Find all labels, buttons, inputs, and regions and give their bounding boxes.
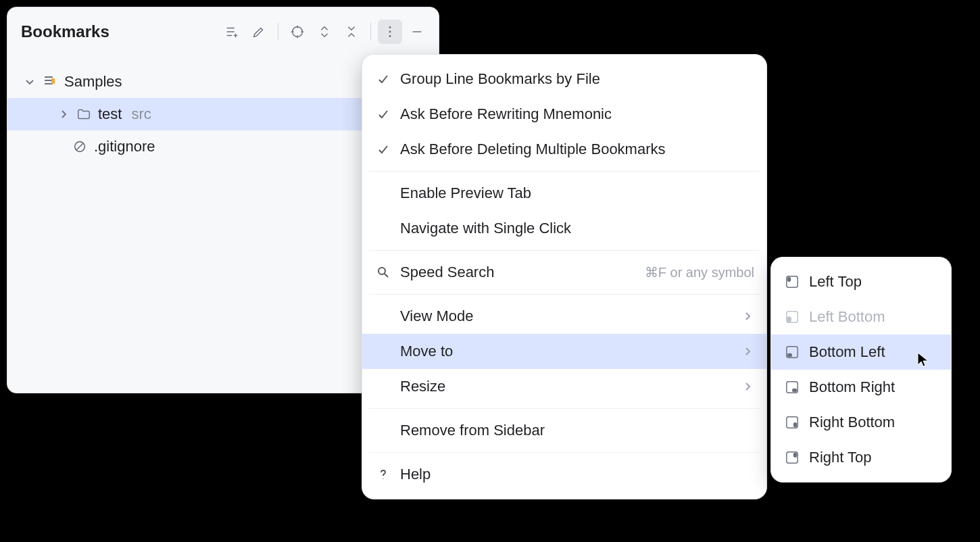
- ignored-file-icon: [71, 138, 89, 155]
- menu-separator: [369, 250, 760, 251]
- svg-point-5: [378, 268, 385, 274]
- menu-item-help[interactable]: Help: [362, 457, 766, 492]
- help-icon: [374, 468, 392, 481]
- submenu-item-right-top[interactable]: Right Top: [771, 440, 951, 475]
- new-list-button[interactable]: [220, 20, 244, 44]
- dock-bottom-right-icon: [783, 380, 801, 394]
- edit-button[interactable]: [247, 20, 271, 44]
- toolbar-separator: [370, 23, 371, 41]
- menu-item-label: Resize: [400, 378, 734, 395]
- submenu-item-left-bottom: Left Bottom: [771, 299, 951, 335]
- svg-point-1: [389, 26, 391, 28]
- tree-item-label: .gitignore: [94, 138, 155, 155]
- submenu-item-left-top[interactable]: Left Top: [771, 264, 951, 299]
- mouse-cursor: [916, 351, 932, 368]
- svg-point-2: [389, 31, 391, 33]
- menu-item-label: Speed Search: [400, 264, 637, 281]
- dock-bottom-left-icon: [783, 345, 801, 359]
- menu-item-ask-delete[interactable]: Ask Before Deleting Multiple Bookmarks: [362, 132, 766, 167]
- menu-item-label: Right Bottom: [809, 414, 939, 431]
- menu-item-label: View Mode: [400, 307, 734, 325]
- menu-item-hint: ⌘F or any symbol: [645, 264, 754, 280]
- chevron-right-icon: [742, 312, 754, 320]
- panel-header: Bookmarks: [7, 7, 439, 56]
- check-icon: [374, 107, 392, 121]
- menu-item-resize[interactable]: Resize: [362, 369, 766, 404]
- menu-item-speed-search[interactable]: Speed Search ⌘F or any symbol: [362, 255, 766, 290]
- menu-item-label: Right Top: [809, 449, 939, 466]
- folder-icon: [75, 105, 93, 123]
- tree-group-label: Samples: [64, 73, 122, 91]
- menu-item-remove-sidebar[interactable]: Remove from Sidebar: [362, 413, 766, 448]
- dock-right-top-icon: [783, 451, 801, 464]
- dock-right-bottom-icon: [783, 416, 801, 429]
- dock-left-top-icon: [783, 275, 801, 289]
- menu-item-label: Left Bottom: [809, 308, 939, 326]
- dock-left-bottom-icon: [783, 310, 801, 324]
- svg-rect-7: [787, 277, 791, 282]
- menu-separator: [369, 408, 760, 409]
- menu-item-ask-rewrite[interactable]: Ask Before Rewriting Mnemonic: [362, 97, 766, 132]
- chevron-right-icon: [57, 108, 70, 120]
- menu-item-group-by-file[interactable]: Group Line Bookmarks by File: [362, 61, 766, 97]
- svg-point-0: [293, 27, 303, 37]
- toolbar-separator: [278, 23, 278, 41]
- menu-item-nav-single-click[interactable]: Navigate with Single Click: [362, 211, 766, 246]
- menu-item-label: Bottom Right: [809, 378, 939, 396]
- check-icon: [374, 72, 392, 86]
- check-icon: [374, 143, 392, 156]
- menu-item-label: Left Top: [809, 273, 939, 291]
- hide-button[interactable]: [405, 20, 429, 44]
- bookmark-list-icon: [41, 73, 59, 91]
- svg-rect-17: [793, 453, 797, 458]
- menu-item-label: Move to: [400, 343, 734, 360]
- submenu-item-right-bottom[interactable]: Right Bottom: [771, 405, 951, 440]
- chevron-right-icon: [742, 347, 754, 355]
- move-to-submenu: Left Top Left Bottom Bottom Left Bottom …: [770, 257, 952, 483]
- menu-item-label: Help: [400, 466, 754, 483]
- menu-item-view-mode[interactable]: View Mode: [362, 299, 766, 334]
- svg-point-3: [389, 35, 391, 37]
- svg-rect-9: [787, 317, 791, 322]
- submenu-item-bottom-right[interactable]: Bottom Right: [771, 370, 951, 405]
- menu-item-label: Remove from Sidebar: [400, 422, 754, 439]
- menu-item-label: Ask Before Deleting Multiple Bookmarks: [400, 141, 754, 158]
- menu-item-enable-preview[interactable]: Enable Preview Tab: [362, 176, 766, 211]
- options-button[interactable]: [378, 20, 402, 44]
- menu-item-move-to[interactable]: Move to: [362, 334, 766, 369]
- menu-item-label: Navigate with Single Click: [400, 220, 754, 237]
- tree-item-hint: src: [131, 105, 151, 123]
- menu-item-label: Ask Before Rewriting Mnemonic: [400, 105, 754, 123]
- panel-title: Bookmarks: [21, 22, 220, 41]
- menu-separator: [369, 294, 760, 295]
- tree-item-label: test: [98, 105, 122, 123]
- options-menu: Group Line Bookmarks by File Ask Before …: [362, 54, 767, 499]
- chevron-down-icon: [24, 76, 36, 88]
- search-icon: [374, 266, 392, 279]
- menu-separator: [369, 171, 760, 172]
- collapse-all-button[interactable]: [339, 20, 364, 44]
- chevron-right-icon: [742, 383, 754, 391]
- expand-collapse-button[interactable]: [312, 20, 337, 44]
- svg-rect-15: [793, 422, 797, 427]
- toolbar: [220, 20, 429, 44]
- svg-rect-13: [792, 389, 797, 392]
- menu-item-label: Group Line Bookmarks by File: [400, 70, 754, 88]
- svg-rect-11: [787, 353, 792, 357]
- scroll-to-source-button[interactable]: [285, 20, 310, 44]
- menu-item-label: Enable Preview Tab: [400, 184, 754, 202]
- menu-separator: [369, 452, 760, 453]
